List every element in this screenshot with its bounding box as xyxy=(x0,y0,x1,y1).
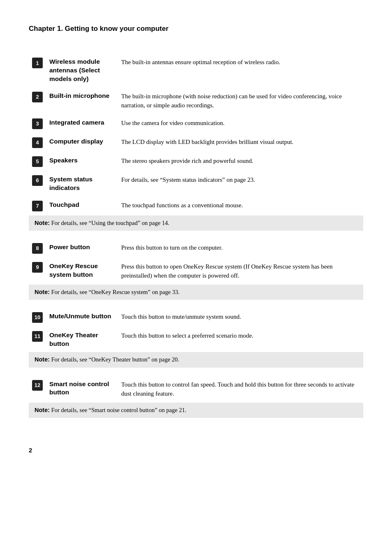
item-term: Smart noise control button xyxy=(49,380,109,396)
item-term: OneKey Theater button xyxy=(49,331,98,347)
item-description: Touch this button to select a preferred … xyxy=(118,327,363,352)
note-row: Note: For details, see “OneKey Rescue sy… xyxy=(29,285,363,300)
table-row: 1Wireless module antennas (Select models… xyxy=(29,53,363,88)
item-term: System status indicators xyxy=(49,176,92,191)
note-label: Note: xyxy=(35,356,50,363)
item-description: Use the camera for video communication. xyxy=(118,114,363,133)
table-row: 4Computer displayThe LCD display with LE… xyxy=(29,133,363,152)
chapter-title: Chapter 1. Getting to know your computer xyxy=(29,25,363,33)
page-number: 2 xyxy=(29,447,363,454)
item-term: Integrated camera xyxy=(49,119,104,126)
item-badge: 6 xyxy=(32,175,43,186)
item-badge: 1 xyxy=(32,58,43,68)
item-badge: 5 xyxy=(32,156,43,167)
table-row: 9OneKey Rescue system buttonPress this b… xyxy=(29,258,363,285)
item-badge: 7 xyxy=(32,201,43,211)
item-description: The built-in microphone (with noise redu… xyxy=(118,88,363,114)
item-term: Computer display xyxy=(49,138,103,145)
item-term: Wireless module antennas (Select models … xyxy=(49,58,100,82)
table-row: 8Power buttonPress this button to turn o… xyxy=(29,239,363,258)
item-badge: 10 xyxy=(32,312,43,323)
item-badge: 3 xyxy=(32,118,43,129)
table-row: 6System status indicatorsFor details, se… xyxy=(29,171,363,197)
note-label: Note: xyxy=(35,407,50,413)
table-row: 3Integrated cameraUse the camera for vid… xyxy=(29,114,363,133)
items-table: 1Wireless module antennas (Select models… xyxy=(29,53,363,426)
item-description: Touch this button to control fan speed. … xyxy=(118,376,363,403)
item-badge: 12 xyxy=(32,380,43,391)
spacer-row xyxy=(29,418,363,426)
item-badge: 4 xyxy=(32,137,43,148)
note-row: Note: For details, see “OneKey Theater b… xyxy=(29,352,363,367)
item-description: The LCD display with LED backlight provi… xyxy=(118,133,363,152)
item-badge: 2 xyxy=(32,92,43,102)
item-description: Press this button to open OneKey Rescue … xyxy=(118,258,363,285)
item-badge: 8 xyxy=(32,243,43,254)
note-label: Note: xyxy=(35,289,50,295)
table-row: 5SpeakersThe stereo speakers provide ric… xyxy=(29,152,363,171)
spacer-row xyxy=(29,231,363,239)
spacer-row xyxy=(29,368,363,376)
item-badge: 9 xyxy=(32,262,43,273)
table-row: 10Mute/Unmute buttonTouch this button to… xyxy=(29,308,363,327)
item-term: Touchpad xyxy=(49,201,79,208)
item-description: The built-in antennas ensure optimal rec… xyxy=(118,53,363,88)
item-term: Built-in microphone xyxy=(49,92,109,99)
spacer-row xyxy=(29,300,363,308)
item-badge: 11 xyxy=(32,331,43,342)
item-description: Touch this button to mute/unmute system … xyxy=(118,308,363,327)
table-row: 2Built-in microphoneThe built-in microph… xyxy=(29,88,363,114)
item-description: The touchpad functions as a conventional… xyxy=(118,197,363,215)
table-row: 7TouchpadThe touchpad functions as a con… xyxy=(29,197,363,215)
item-description: For details, see “System status indicato… xyxy=(118,171,363,197)
item-term: Power button xyxy=(49,243,90,250)
item-description: Press this button to turn on the compute… xyxy=(118,239,363,258)
table-row: 12Smart noise control buttonTouch this b… xyxy=(29,376,363,403)
item-term: Speakers xyxy=(49,157,78,164)
item-term: Mute/Unmute button xyxy=(49,313,111,320)
item-term: OneKey Rescue system button xyxy=(49,262,98,278)
item-description: The stereo speakers provide rich and pow… xyxy=(118,152,363,171)
note-row: Note: For details, see “Using the touchp… xyxy=(29,215,363,231)
note-label: Note: xyxy=(35,220,50,226)
note-row: Note: For details, see “Smart noise cont… xyxy=(29,403,363,418)
table-row: 11OneKey Theater buttonTouch this button… xyxy=(29,327,363,352)
